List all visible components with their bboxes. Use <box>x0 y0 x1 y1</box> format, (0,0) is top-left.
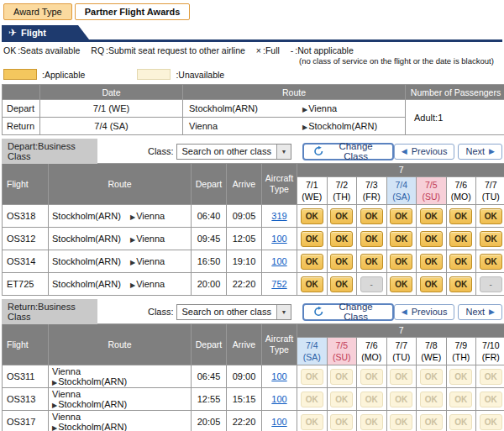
aircraft-type-link[interactable]: 100 <box>271 234 286 244</box>
depart-time: 12:55 <box>192 388 227 411</box>
arrive-time: 19:10 <box>227 250 262 273</box>
availability-ok-button[interactable]: OK <box>420 254 443 270</box>
class-select[interactable]: Search on other class ▼ <box>176 304 291 320</box>
aircraft-type-link[interactable]: 100 <box>271 371 286 381</box>
summary-depart-date: 7/1 (WE) <box>40 100 183 118</box>
summary-corner-cell <box>3 85 40 100</box>
availability-disabled-button: OK <box>360 392 383 407</box>
tab-award-type[interactable]: Award Type <box>3 3 72 20</box>
availability-ok-button[interactable]: OK <box>480 231 502 247</box>
availability-ok-button[interactable]: OK <box>360 208 383 224</box>
availability-ok-button[interactable]: OK <box>301 231 323 247</box>
availability-disabled-button: OK <box>360 414 383 430</box>
availability-ok-button[interactable]: OK <box>390 276 412 292</box>
unavailable-label: :Unavailable <box>176 70 224 80</box>
availability-ok-button[interactable]: OK <box>420 276 443 292</box>
availability-disabled-button: OK <box>420 392 443 407</box>
availability-ok-button[interactable]: OK <box>480 208 502 224</box>
availability-ok-button[interactable]: OK <box>390 231 412 247</box>
availability-disabled-button: OK <box>449 414 472 430</box>
refresh-icon <box>313 306 323 318</box>
passenger-count: Adult:1 <box>406 100 504 135</box>
availability-disabled-button: OK <box>480 369 502 385</box>
availability-ok-button[interactable]: OK <box>449 208 472 224</box>
flight-column-header: Flight <box>3 324 49 365</box>
date-column-header: 7/7(TU) <box>476 177 504 205</box>
flight-row: OS318 Stockholm(ARN)▶Vienna 06:40 09:05 … <box>3 205 504 228</box>
unavailable-swatch <box>137 69 171 80</box>
availability-ok-button[interactable]: OK <box>390 254 412 270</box>
next-button[interactable]: Next▶ <box>458 304 502 320</box>
availability-ok-button[interactable]: OK <box>360 254 383 270</box>
availability-ok-button[interactable]: OK <box>330 231 353 247</box>
date-column-header: 7/5(SU) <box>327 338 357 365</box>
depart-column-header: Depart <box>192 164 227 205</box>
date-column-header: 7/5(SU) <box>417 177 447 205</box>
aircraft-type: 100 <box>262 228 297 250</box>
aircraft-type-link[interactable]: 752 <box>271 279 286 289</box>
previous-button[interactable]: ◀Previous <box>394 304 455 320</box>
summary-date-header: Date <box>40 85 183 100</box>
availability-disabled-button: OK <box>330 369 353 385</box>
legend-not-applicable-note: (no class of service on the flight or th… <box>299 56 501 66</box>
availability-ok-button[interactable]: OK <box>330 276 353 292</box>
arrive-time: 22:20 <box>227 273 262 296</box>
availability-ok-button[interactable]: OK <box>301 254 323 270</box>
availability-disabled-button: OK <box>420 414 443 430</box>
change-class-button[interactable]: Change Class <box>302 303 394 321</box>
availability-ok-button[interactable]: OK <box>301 208 323 224</box>
flight-row: ET725 Stockholm(ARN)▶Vienna 20:00 22:20 … <box>3 273 504 296</box>
next-button[interactable]: Next▶ <box>458 144 502 160</box>
availability-disabled-button: OK <box>301 392 323 407</box>
availability-ok-button[interactable]: OK <box>420 208 443 224</box>
route-column-header: Route <box>49 164 192 205</box>
flight-number: OS318 <box>3 205 49 228</box>
availability-ok-button[interactable]: OK <box>449 254 472 270</box>
itinerary-summary-table: Date Route Number of Passengers Depart 7… <box>2 84 504 135</box>
dropdown-arrow-icon: ▼ <box>276 145 291 159</box>
flight-route: Stockholm(ARN)▶Vienna <box>49 250 192 273</box>
depart-time: 06:40 <box>192 205 227 228</box>
availability-ok-button[interactable]: OK <box>301 276 323 292</box>
depart-time: 20:05 <box>192 411 227 431</box>
aircraft-column-header: Aircraft Type <box>262 164 297 205</box>
date-column-header: 7/4(SA) <box>386 177 417 205</box>
date-column-header: 7/2(TH) <box>327 177 357 205</box>
depart-column-header: Depart <box>192 324 227 365</box>
aircraft-type-link[interactable]: 100 <box>271 256 286 266</box>
flight-section-label: Flight <box>21 28 46 38</box>
return-controls-bar: Return:Business Class Class: Search on o… <box>2 302 502 321</box>
legend-seats-available: OK:Seats available <box>3 45 80 55</box>
aircraft-type-link[interactable]: 319 <box>271 211 286 221</box>
route-arrow-icon: ▶ <box>130 281 135 289</box>
aircraft-column-header: Aircraft Type <box>262 324 297 365</box>
class-select[interactable]: Search on other class ▼ <box>176 144 291 160</box>
availability-ok-button[interactable]: OK <box>480 254 502 270</box>
return-section-title: Return:Business Class <box>2 299 97 324</box>
availability-ok-button[interactable]: OK <box>449 276 472 292</box>
class-label: Class: <box>148 146 174 156</box>
availability-ok-button[interactable]: OK <box>330 254 353 270</box>
tab-partner-flight-awards[interactable]: Partner Flight Awards <box>75 3 191 20</box>
summary-depart-row: Depart 7/1 (WE) Stockholm(ARN)▶Vienna Ad… <box>3 100 504 118</box>
flight-number: OS312 <box>3 228 49 250</box>
availability-ok-button[interactable]: OK <box>390 208 412 224</box>
flight-row: OS314 Stockholm(ARN)▶Vienna 16:50 19:10 … <box>3 250 504 273</box>
availability-ok-button[interactable]: OK <box>449 231 472 247</box>
availability-ok-button[interactable]: OK <box>330 208 353 224</box>
aircraft-type-link[interactable]: 100 <box>271 417 286 427</box>
previous-arrow-icon: ◀ <box>402 308 407 316</box>
availability-disabled-button: OK <box>390 369 412 385</box>
flight-route: Stockholm(ARN)▶Vienna <box>49 273 192 296</box>
flight-column-header: Flight <box>3 164 49 205</box>
availability-ok-button[interactable]: OK <box>420 231 443 247</box>
availability-ok-button[interactable]: OK <box>360 231 383 247</box>
aircraft-type-link[interactable]: 100 <box>271 394 286 404</box>
previous-button[interactable]: ◀Previous <box>394 144 455 160</box>
availability-disabled-button: OK <box>301 414 323 430</box>
flight-number: ET725 <box>3 273 49 296</box>
legend-not-applicable: -:Not applicable <box>291 45 354 55</box>
availability-disabled-button: OK <box>390 414 412 430</box>
depart-time: 20:00 <box>192 273 227 296</box>
change-class-button[interactable]: Change Class <box>302 143 394 160</box>
